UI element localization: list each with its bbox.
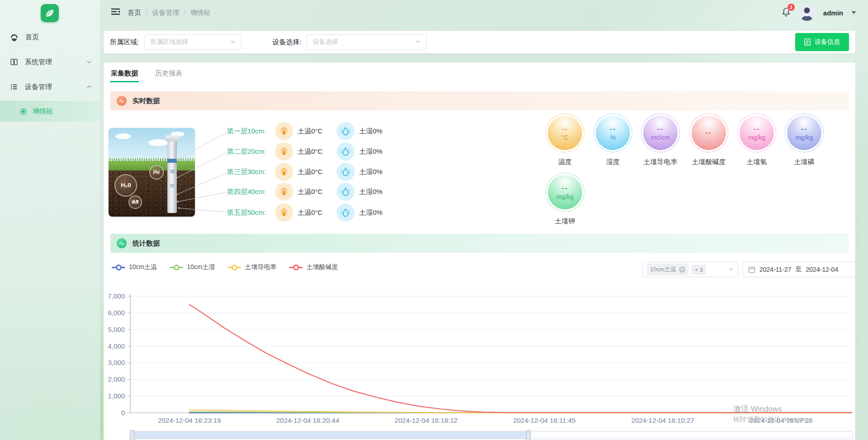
region-select[interactable]: 所属区域选择 — [144, 34, 242, 50]
layer-label: 第四层40cm: — [227, 188, 270, 196]
series-select[interactable]: 10cm土温 ✕ + 3 — [642, 262, 738, 277]
tab-collected-data[interactable]: 采集数据 — [111, 63, 138, 83]
device-info-button[interactable]: 设备信息 — [795, 33, 849, 51]
gauge-unit: °C — [561, 134, 569, 141]
avatar[interactable] — [799, 5, 815, 21]
gauge-value: -- — [562, 184, 569, 192]
svg-text:2024-12-04 16:18:12: 2024-12-04 16:18:12 — [394, 416, 457, 424]
gauge-ring: -- mg/kg — [785, 114, 824, 152]
notification-bell[interactable]: 3 — [782, 7, 791, 19]
legend-marker — [289, 265, 303, 270]
breadcrumb-device[interactable]: 设备管理 — [152, 9, 179, 17]
svg-text:5,000: 5,000 — [108, 326, 125, 333]
breadcrumb-separator: / — [146, 9, 147, 17]
sidebar-item-home[interactable]: 首页 — [0, 26, 100, 48]
svg-text:2024-12-04 16:23:19: 2024-12-04 16:23:19 — [158, 416, 221, 424]
list-icon — [10, 83, 18, 91]
tab-label: 采集数据 — [111, 69, 138, 78]
sidebar-item-soil-station[interactable]: 墒情站 — [0, 101, 100, 122]
soil-humidity-value: 土湿0% — [359, 188, 394, 196]
tabs: 采集数据 历史报表 — [111, 63, 182, 83]
gauge-label: 土壤氢 — [735, 158, 778, 166]
submenu-item-label: 墒情站 — [33, 107, 53, 116]
stats-section-title: 统计数据 — [133, 239, 160, 248]
gauge-ring: -- % — [593, 114, 632, 152]
gauge-unit: mg/kg — [556, 193, 574, 200]
cloud — [115, 133, 131, 139]
soil-temp-value: 土温0°C — [298, 147, 332, 156]
gauge-value: -- — [801, 125, 808, 133]
statistics-chart: 01,0002,0003,0004,0005,0006,0007,0002024… — [105, 292, 855, 427]
thermometer-icon — [275, 163, 293, 181]
chevron-down-icon — [230, 38, 236, 46]
realtime-section-title: 实时数据 — [133, 97, 160, 105]
chevron-down-icon — [86, 58, 92, 66]
chevron-down-icon — [415, 38, 421, 46]
date-range-picker[interactable]: 2024-11-27 至 2024-12-04 — [743, 262, 855, 277]
legend-label: 土壤导电率 — [245, 263, 276, 271]
book-icon — [10, 58, 18, 66]
gauge-label: 土壤导电率 — [639, 158, 682, 166]
gauge-temperature: -- °C 温度 — [543, 114, 587, 166]
svg-text:2024-12-04 16:20:44: 2024-12-04 16:20:44 — [276, 416, 339, 424]
soil-temp-value: 土温0°C — [298, 208, 332, 217]
ph-bubble: PH — [149, 165, 164, 180]
chevron-down-icon — [851, 11, 856, 14]
soil-humidity-value: 土湿0% — [359, 168, 394, 176]
user-avatar-icon — [799, 5, 815, 21]
header: 首页 / 设备管理 / 墒情站 3 admin — [100, 0, 868, 25]
breadcrumb-current: 墒情站 — [190, 9, 210, 17]
collapse-menu-icon[interactable] — [111, 8, 120, 18]
remove-tag-icon[interactable]: ✕ — [679, 266, 685, 273]
gauge-value: -- — [610, 125, 617, 133]
legend-marker — [228, 265, 241, 270]
sidebar-item-label: 系统管理 — [25, 58, 52, 66]
legend-item-conductivity[interactable]: 土壤导电率 — [228, 263, 276, 271]
gauge-unit: % — [610, 134, 616, 141]
date-range-start: 2024-11-27 — [759, 266, 792, 273]
soil-humidity-value: 土湿0% — [359, 208, 394, 217]
droplet-icon — [337, 142, 355, 161]
filter-bar: 所属区域: 所属区域选择 设备选择: 设备选择 设备信息 — [104, 31, 855, 53]
svg-text:1,000: 1,000 — [108, 392, 125, 400]
chart-zoom-selected-range[interactable] — [131, 431, 528, 439]
device-select-placeholder: 设备选择 — [313, 38, 338, 46]
stats-section-icon — [117, 238, 127, 248]
droplet-icon — [337, 203, 355, 222]
gauge-unit: mg/kg — [796, 134, 813, 141]
gauge-ring: -- °C — [545, 114, 584, 152]
device-info-button-label: 设备信息 — [815, 38, 840, 46]
legend-item-10cm-soil-temp[interactable]: 10cm土温 — [112, 263, 157, 271]
breadcrumb-separator: / — [184, 9, 185, 17]
chart-zoom-right-handle[interactable] — [526, 430, 531, 440]
droplet-icon — [337, 183, 355, 201]
username[interactable]: admin — [823, 9, 843, 17]
legend-marker — [170, 265, 183, 270]
selected-series-label: 10cm土温 — [650, 265, 676, 274]
thermometer-icon — [275, 142, 293, 161]
thermometer-icon — [275, 183, 293, 201]
sidebar: 首页 系统管理 设备管理 — [0, 0, 100, 440]
gauge-ring: -- mg/kg — [737, 114, 776, 152]
legend-label: 土壤酸碱度 — [306, 263, 338, 271]
windows-activation-watermark: 激活 Windows 转到"设置"以激活 Windows。 — [733, 404, 813, 425]
legend-item-10cm-soil-humidity[interactable]: 10cm土湿 — [170, 263, 215, 271]
sidebar-item-system[interactable]: 系统管理 — [0, 51, 100, 73]
more-series-tag: + 3 — [692, 265, 706, 275]
legend-item-ph[interactable]: 土壤酸碱度 — [289, 263, 338, 271]
gauge-label: 温度 — [543, 158, 587, 166]
app-logo[interactable] — [41, 4, 59, 22]
gauge-value: -- — [562, 125, 569, 133]
tab-history-report[interactable]: 历史报表 — [155, 63, 182, 83]
svg-text:2024-12-04 16:10:27: 2024-12-04 16:10:27 — [631, 416, 694, 424]
sidebar-menu: 首页 系统管理 设备管理 — [0, 26, 100, 122]
sidebar-item-device[interactable]: 设备管理 — [0, 76, 100, 98]
breadcrumb-home[interactable]: 首页 — [128, 9, 141, 17]
device-select[interactable]: 设备选择 — [307, 34, 427, 50]
legend-label: 10cm土温 — [129, 263, 157, 271]
chart-zoom-left-handle[interactable] — [130, 430, 134, 440]
layer-label: 第五层50cm: — [227, 208, 270, 217]
temperature-bubble: 温度 — [128, 195, 142, 209]
chart-zoom-slider[interactable] — [130, 431, 854, 439]
header-right: 3 admin — [782, 5, 856, 21]
